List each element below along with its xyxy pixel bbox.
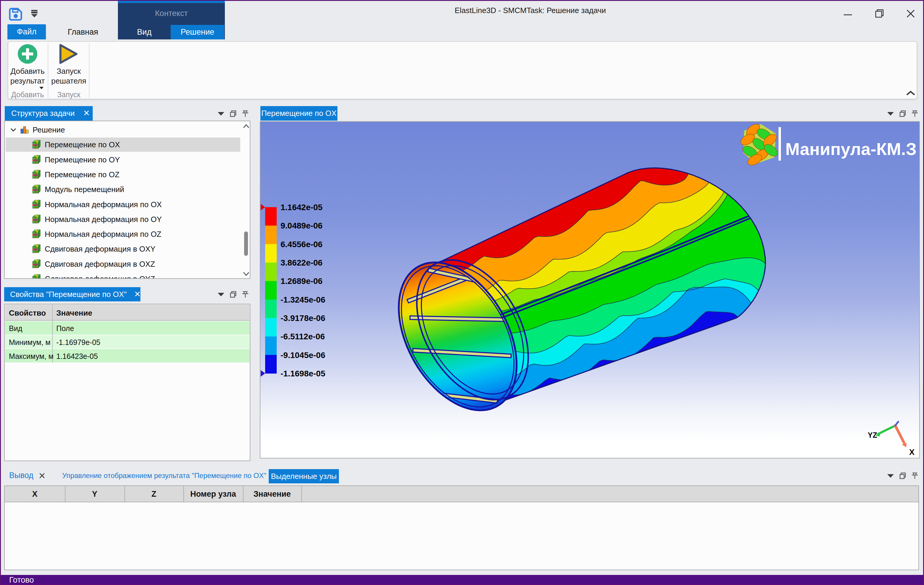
svg-text:-6.5112e-06: -6.5112e-06 <box>280 332 325 341</box>
svg-text:6.4556e-06: 6.4556e-06 <box>280 240 323 249</box>
svg-text:-9.1045e-06: -9.1045e-06 <box>280 350 325 360</box>
svg-text:-1.3245e-06: -1.3245e-06 <box>280 295 325 304</box>
svg-text:1.2689e-06: 1.2689e-06 <box>280 276 323 286</box>
svg-text:Манипула-КМ.З: Манипула-КМ.З <box>785 139 917 159</box>
svg-text:-3.9178e-06: -3.9178e-06 <box>280 314 325 323</box>
svg-text:X: X <box>909 448 914 457</box>
svg-text:-1.1698e-05: -1.1698e-05 <box>280 369 325 378</box>
svg-text:1.1642e-05: 1.1642e-05 <box>280 203 323 212</box>
svg-text:YZ: YZ <box>868 431 877 439</box>
svg-text:3.8622e-06: 3.8622e-06 <box>280 258 323 267</box>
svg-text:9.0489e-06: 9.0489e-06 <box>280 221 323 230</box>
